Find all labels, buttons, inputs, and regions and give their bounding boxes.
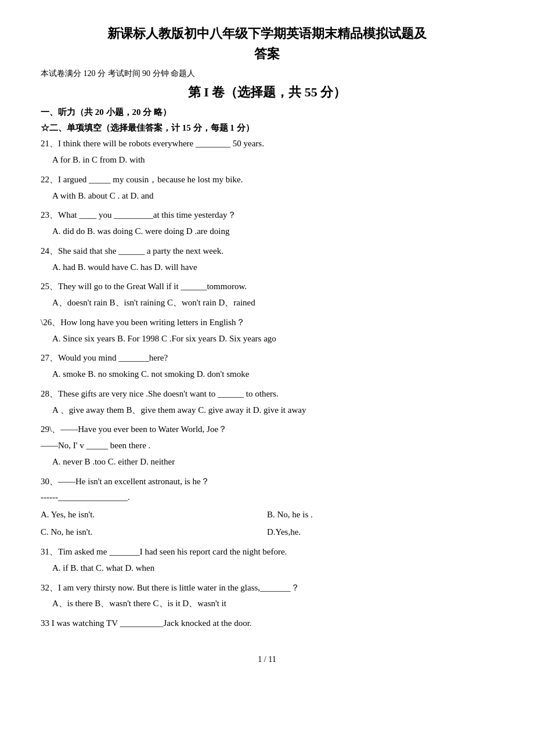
subtitle: 本试卷满分 120 分 考试时间 90 分钟 命题人 bbox=[41, 69, 493, 79]
section2-label: ☆二、单项填空（选择最佳答案，计 15 分，每题 1 分） bbox=[41, 123, 493, 134]
question-24: 24、She said that she ______ a party the … bbox=[41, 243, 493, 276]
question-22: 22、I argued _____ my cousin，because he l… bbox=[41, 172, 493, 204]
question-32: 32、I am very thirsty now. But there is l… bbox=[41, 580, 493, 613]
page-footer: 1 / 11 bbox=[41, 655, 493, 664]
question-33: 33 I was watching TV __________Jack knoc… bbox=[41, 615, 493, 632]
question-25: 25、They will go to the Great Wall if it … bbox=[41, 279, 493, 311]
question-27: 27、Would you mind _______here? A. smoke … bbox=[41, 350, 493, 383]
question-28: 28、These gifts are very nice .She doesn'… bbox=[41, 386, 493, 419]
question-21: 21、I think there will be robots everywhe… bbox=[41, 136, 493, 168]
section1-header: 第 I 卷（选择题，共 55 分） bbox=[41, 84, 493, 101]
page-title: 新课标人教版初中八年级下学期英语期末精品模拟试题及 答案 bbox=[41, 23, 493, 64]
question-29: 29\、——Have you ever been to Water World,… bbox=[41, 422, 493, 470]
question-31: 31、Tim asked me _______I had seen his re… bbox=[41, 544, 493, 577]
question-30: 30、——He isn't an excellent astronaut, is… bbox=[41, 474, 493, 541]
question-23: 23、What ____ you _________at this time y… bbox=[41, 207, 493, 240]
section1-label: 一、听力（共 20 小题，20 分 略） bbox=[41, 107, 493, 118]
question-26: \26、How long have you been writing lette… bbox=[41, 315, 493, 347]
page-container: 新课标人教版初中八年级下学期英语期末精品模拟试题及 答案 本试卷满分 120 分… bbox=[41, 23, 493, 664]
